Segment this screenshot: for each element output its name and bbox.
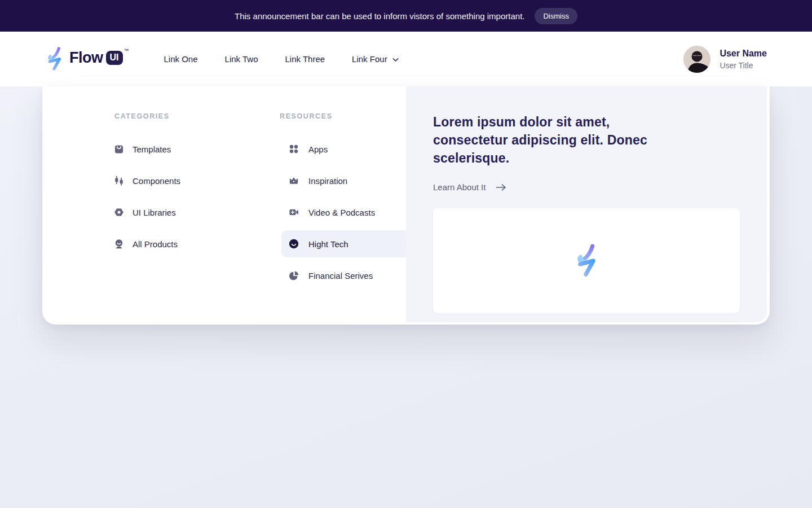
chevron-down-icon — [392, 58, 399, 62]
avatar-photo — [683, 46, 710, 73]
smiley-icon — [288, 238, 299, 249]
promo-section: Lorem ipsum dolor sit amet, consectetur … — [406, 86, 767, 322]
site-header: Flow UI ™ Link One Link Two Link Three L… — [0, 32, 812, 86]
promo-heading: Lorem ipsum dolor sit amet, consectetur … — [433, 113, 684, 167]
avatar — [683, 46, 710, 73]
trademark-symbol: ™ — [124, 48, 129, 54]
brand-name: Flow — [69, 49, 103, 67]
menu-item-inspiration[interactable]: Inspiration — [281, 167, 421, 194]
menu-item-components[interactable]: Components — [116, 167, 255, 194]
user-title: User Title — [720, 61, 767, 70]
nav-link-one[interactable]: Link One — [164, 54, 198, 64]
resources-column: RESOURCES Apps Inspiration Video & Podca… — [275, 112, 423, 289]
nav-link-two[interactable]: Link Two — [225, 54, 258, 64]
brand-logo[interactable]: Flow UI ™ — [45, 47, 129, 71]
main-nav: Link One Link Two Link Three Link Four — [164, 54, 399, 64]
nav-link-four[interactable]: Link Four — [352, 54, 399, 64]
menu-item-financial-services[interactable]: Financial Serives — [281, 262, 421, 289]
video-camera-icon — [288, 207, 299, 218]
learn-about-it-link[interactable]: Learn About It — [433, 182, 506, 192]
webcam-icon — [113, 238, 125, 249]
flowui-bolt-icon — [45, 47, 64, 71]
announcement-text: This announcement bar can be used to inf… — [235, 11, 524, 21]
resources-heading: RESOURCES — [280, 112, 423, 121]
crown-icon — [288, 175, 299, 186]
menu-item-templates[interactable]: Templates — [116, 135, 255, 163]
nav-link-three[interactable]: Link Three — [285, 54, 325, 64]
grid-dots-icon — [288, 143, 299, 155]
components-icon — [113, 175, 125, 186]
mega-menu-panel: CATEGORIES Templates Components UI Libra… — [42, 86, 770, 325]
categories-heading: CATEGORIES — [114, 112, 270, 121]
shopping-bag-icon — [113, 143, 125, 155]
user-menu[interactable]: User Name User Title — [683, 46, 767, 73]
menu-item-hight-tech[interactable]: Hight Tech — [281, 230, 421, 257]
menu-item-all-products[interactable]: All Products — [116, 230, 255, 257]
menu-item-video-podcasts[interactable]: Video & Podcasts — [281, 199, 421, 226]
brand-badge: UI — [106, 51, 123, 65]
pie-chart-icon — [288, 270, 299, 281]
announcement-bar: This announcement bar can be used to inf… — [0, 0, 812, 32]
dismiss-button[interactable]: Dismiss — [535, 8, 577, 24]
flowui-bolt-icon — [573, 244, 600, 278]
arrow-right-icon — [496, 183, 506, 191]
promo-card — [433, 208, 740, 313]
categories-column: CATEGORIES Templates Components UI Libra… — [101, 112, 270, 257]
menu-item-ui-libraries[interactable]: UI Libraries — [116, 199, 255, 226]
hexnut-icon — [113, 207, 125, 218]
menu-item-apps[interactable]: Apps — [281, 135, 421, 163]
user-name: User Name — [720, 49, 767, 59]
